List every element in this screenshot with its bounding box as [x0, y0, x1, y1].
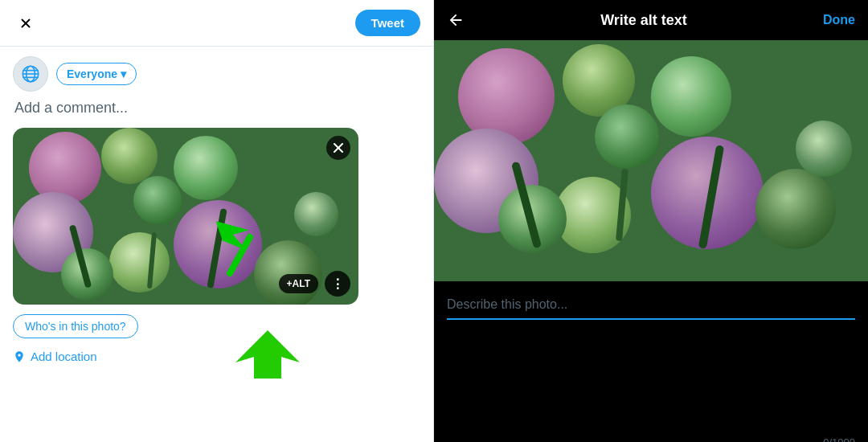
- audience-label: Everyone: [67, 68, 117, 80]
- more-options-button[interactable]: ⋮: [325, 271, 350, 297]
- compose-header: Tweet: [0, 0, 433, 47]
- alt-text-input-section: 0/1000: [434, 281, 868, 442]
- char-count: 0/1000: [823, 436, 855, 442]
- attached-image: +ALT ⋮: [13, 128, 358, 305]
- add-alt-text-button[interactable]: +ALT: [279, 274, 318, 293]
- compose-body: Everyone ▾ Add a comment...: [0, 47, 433, 442]
- add-location-label: Add location: [31, 350, 97, 363]
- image-actions: +ALT ⋮: [279, 271, 350, 297]
- add-location-button[interactable]: Add location: [13, 350, 420, 363]
- tweet-button[interactable]: Tweet: [355, 10, 420, 36]
- alt-text-title: Write alt text: [600, 12, 687, 29]
- right-succulent-image: [434, 40, 868, 281]
- location-icon: [13, 350, 26, 363]
- alt-text-input[interactable]: [447, 294, 855, 320]
- avatar: [13, 56, 48, 92]
- close-button[interactable]: [13, 10, 39, 36]
- done-button[interactable]: Done: [823, 13, 855, 27]
- comment-input-placeholder[interactable]: Add a comment...: [14, 100, 420, 117]
- remove-image-button[interactable]: [326, 136, 350, 160]
- whos-in-photo-button[interactable]: Who's in this photo?: [13, 314, 138, 338]
- compose-panel: Tweet Everyone ▾ Add a comment...: [0, 0, 434, 442]
- user-row: Everyone ▾: [13, 56, 420, 92]
- alt-text-input-wrapper: 0/1000: [447, 294, 855, 429]
- back-button[interactable]: [447, 11, 465, 29]
- alt-text-panel: Write alt text Done 0/1000: [434, 0, 868, 442]
- chevron-down-icon: ▾: [121, 68, 126, 80]
- right-image-preview: [434, 40, 868, 281]
- audience-button[interactable]: Everyone ▾: [56, 63, 137, 85]
- alt-text-header: Write alt text Done: [434, 0, 868, 40]
